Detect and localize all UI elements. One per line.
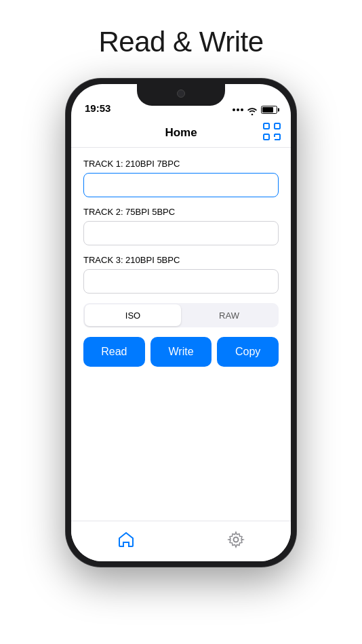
segment-iso[interactable]: ISO — [85, 304, 181, 326]
track-1-input[interactable] — [83, 173, 279, 197]
battery-icon — [261, 106, 277, 114]
tab-settings[interactable] — [226, 530, 245, 549]
track-2-input[interactable] — [83, 221, 279, 245]
scan-icon — [263, 123, 281, 143]
svg-rect-2 — [264, 134, 269, 140]
nav-title: Home — [165, 126, 197, 140]
content-area: TRACK 1: 210BPI 7BPC TRACK 2: 75BPI 5BPC… — [71, 148, 291, 521]
track-3-section: TRACK 3: 210BPI 5BPC — [83, 255, 279, 294]
settings-icon — [226, 530, 245, 549]
read-button[interactable]: Read — [83, 337, 145, 367]
track-2-label: TRACK 2: 75BPI 5BPC — [83, 207, 279, 217]
home-icon — [117, 530, 136, 549]
track-3-input[interactable] — [83, 269, 279, 294]
track-2-section: TRACK 2: 75BPI 5BPC — [83, 207, 279, 245]
camera — [177, 89, 185, 98]
wifi-icon — [247, 106, 258, 114]
segment-control: ISO RAW — [83, 303, 279, 327]
scan-button[interactable] — [262, 123, 281, 142]
svg-rect-1 — [275, 123, 280, 129]
phone-screen: 19:53 — [71, 84, 291, 561]
nav-bar: Home — [71, 118, 291, 148]
action-buttons: Read Write Copy — [83, 337, 279, 367]
status-time: 19:53 — [85, 102, 110, 114]
tab-bar — [71, 521, 291, 561]
write-button[interactable]: Write — [150, 337, 212, 367]
svg-rect-0 — [264, 123, 269, 129]
track-3-label: TRACK 3: 210BPI 5BPC — [83, 255, 279, 265]
copy-button[interactable]: Copy — [217, 337, 279, 367]
page-title: Read & Write — [99, 26, 264, 58]
segment-raw[interactable]: RAW — [181, 304, 277, 326]
track-1-section: TRACK 1: 210BPI 7BPC — [83, 159, 279, 197]
signal-dots-icon — [233, 108, 243, 111]
notch — [137, 84, 225, 106]
phone-shell: 19:53 — [66, 79, 296, 567]
status-icons — [233, 106, 277, 114]
svg-point-7 — [234, 537, 239, 542]
tab-home[interactable] — [117, 530, 136, 549]
track-1-label: TRACK 1: 210BPI 7BPC — [83, 159, 279, 169]
